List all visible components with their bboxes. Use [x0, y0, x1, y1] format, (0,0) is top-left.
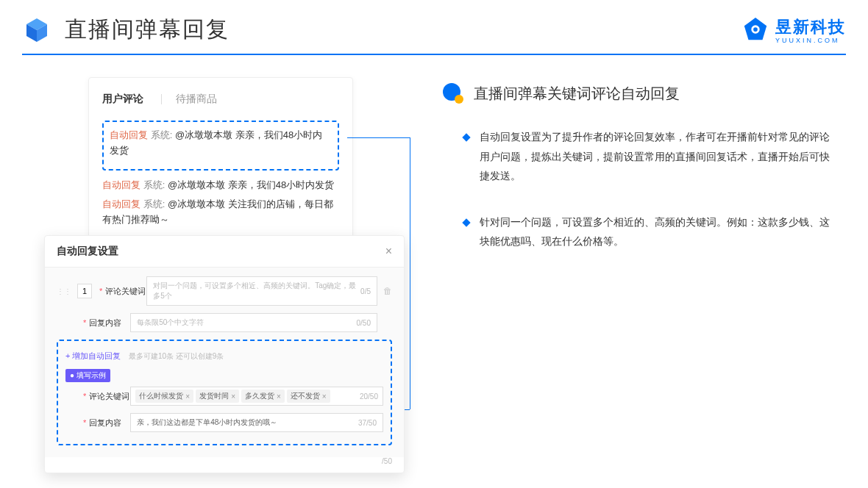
keyword-input[interactable]: 对同一个问题，可设置多个相近、高频的关键词。Tag确定，最多5个 0/5 [146, 276, 377, 306]
tag-chip[interactable]: 还不发货× [287, 390, 330, 403]
page-title: 直播间弹幕回复 [65, 15, 230, 45]
example-keyword-row: * 评论关键词 什么时候发货×发货时间×多久发货×还不发货× 20/50 [65, 387, 383, 406]
ex-content-input[interactable]: 亲，我们这边都是下单48小时内发货的哦～ 37/50 [130, 413, 383, 432]
under-count: /50 [45, 457, 404, 473]
keyword-placeholder: 对同一个问题，可设置多个相近、高频的关键词。Tag确定，最多5个 [153, 281, 360, 301]
trash-icon[interactable]: 🗑 [383, 286, 392, 296]
highlighted-comment: 自动回复 系统: @冰墩墩本墩 亲亲，我们48小时内发货 [102, 121, 339, 171]
tag-chip[interactable]: 多久发货× [241, 390, 285, 403]
drag-handle-icon[interactable]: ⋮⋮ [57, 287, 71, 295]
comment-text: @冰墩墩本墩 亲亲，我们48小时内发货 [168, 179, 334, 190]
ex-content-label: 回复内容 [89, 417, 130, 428]
left-panel: 用户评论 待播商品 自动回复 系统: @冰墩墩本墩 亲亲，我们48小时内发货 自… [44, 77, 375, 278]
keyword-count: 0/5 [360, 287, 371, 295]
comment-item: 自动回复 系统: @冰墩墩本墩 亲亲，我们48小时内发货 [102, 178, 339, 193]
system-label: 系统: [151, 129, 173, 140]
svg-point-4 [753, 27, 758, 32]
example-box: + 增加自动回复 最多可建10条 还可以创建9条 ● 填写示例 * 评论关键词 … [57, 340, 392, 445]
comment-tabs: 用户评论 待播商品 [102, 93, 339, 107]
content-label: 回复内容 [89, 317, 130, 329]
row-number: 1 [77, 284, 92, 298]
dialog-header: 自动回复设置 × [45, 236, 404, 268]
right-panel: 直播间弹幕关键词评论自动回复 自动回复设置为了提升作者的评论回复效率，作者可在开… [375, 77, 831, 278]
auto-reply-tag: 自动回复 [102, 198, 140, 209]
ex-keyword-input[interactable]: 什么时候发货×发货时间×多久发货×还不发货× 20/50 [130, 387, 383, 406]
bullet-2-text: 针对同一个问题，可设置多个相近的、高频的关键词。例如：这款多少钱、这块能优惠吗、… [480, 212, 831, 251]
add-auto-reply-link[interactable]: + 增加自动回复 [65, 351, 121, 360]
tags-container: 什么时候发货×发货时间×多久发货×还不发货× [135, 390, 332, 403]
tab-pending-products[interactable]: 待播商品 [161, 93, 217, 107]
ex-keyword-label: 评论关键词 [89, 391, 130, 402]
content-count: 0/50 [357, 319, 371, 327]
keyword-label: 评论关键词 [105, 286, 146, 297]
required-star: * [83, 418, 86, 427]
content-input[interactable]: 每条限50个中文字符 0/50 [130, 313, 377, 332]
bullet-2: 针对同一个问题，可设置多个相近的、高频的关键词。例如：这款多少钱、这块能优惠吗、… [441, 212, 831, 251]
ex-keyword-count: 20/50 [360, 392, 378, 401]
chat-bubble-icon [441, 82, 465, 105]
example-content-row: * 回复内容 亲，我们这边都是下单48小时内发货的哦～ 37/50 [65, 413, 383, 432]
close-icon[interactable]: × [385, 245, 392, 258]
connector-line [347, 137, 410, 138]
system-label: 系统: [143, 179, 166, 190]
heading-text: 直播间弹幕关键词评论自动回复 [474, 84, 680, 104]
diamond-bullet-icon [462, 218, 470, 226]
dialog-body: ⋮⋮ 1 * 评论关键词 对同一个问题，可设置多个相近、高频的关键词。Tag确定… [45, 268, 404, 457]
auto-reply-tag: 自动回复 [102, 179, 140, 190]
required-star: * [83, 318, 86, 327]
auto-reply-tag: 自动回复 [110, 129, 148, 140]
content-placeholder: 每条限50个中文字符 [137, 317, 204, 328]
comment-item: 自动回复 系统: @冰墩墩本墩 关注我们的店铺，每日都有热门推荐呦～ [102, 197, 339, 228]
keyword-row: ⋮⋮ 1 * 评论关键词 对同一个问题，可设置多个相近、高频的关键词。Tag确定… [57, 276, 392, 306]
bullet-1: 自动回复设置为了提升作者的评论回复效率，作者可在开播前针对常见的评论用户问题，提… [441, 127, 831, 186]
dialog-title: 自动回复设置 [57, 245, 118, 258]
connector-line [410, 137, 410, 409]
required-star: * [83, 392, 86, 401]
example-badge: ● 填写示例 [65, 369, 110, 382]
comment-item: 自动回复 系统: @冰墩墩本墩 亲亲，我们48小时内发货 [110, 128, 332, 159]
page-header: 直播间弹幕回复 昱新科技 YUUXIN.COM [0, 0, 868, 45]
logo-text: 昱新科技 [775, 18, 846, 36]
svg-point-6 [455, 95, 463, 104]
brand-logo: 昱新科技 YUUXIN.COM [741, 16, 846, 44]
tag-chip[interactable]: 什么时候发货× [135, 390, 193, 403]
section-heading: 直播间弹幕关键词评论自动回复 [441, 82, 831, 105]
bullet-1-text: 自动回复设置为了提升作者的评论回复效率，作者可在开播前针对常见的评论用户问题，提… [480, 127, 831, 186]
auto-reply-settings-dialog: 自动回复设置 × ⋮⋮ 1 * 评论关键词 对同一个问题，可设置多个相近、高频的… [44, 235, 405, 473]
logo-subtext: YUUXIN.COM [775, 37, 846, 44]
tag-chip[interactable]: 发货时间× [196, 390, 239, 403]
required-star: * [99, 287, 102, 295]
add-info-text: 最多可建10条 还可以创建9条 [129, 352, 224, 360]
ex-content-text: 亲，我们这边都是下单48小时内发货的哦～ [137, 417, 277, 428]
cube-icon [22, 15, 51, 45]
logo-diamond-icon [741, 16, 769, 44]
system-label: 系统: [143, 198, 166, 209]
ex-content-count: 37/50 [358, 419, 377, 427]
content-row: * 回复内容 每条限50个中文字符 0/50 [57, 313, 392, 332]
diamond-bullet-icon [462, 133, 470, 141]
tab-user-comments[interactable]: 用户评论 [102, 93, 143, 107]
